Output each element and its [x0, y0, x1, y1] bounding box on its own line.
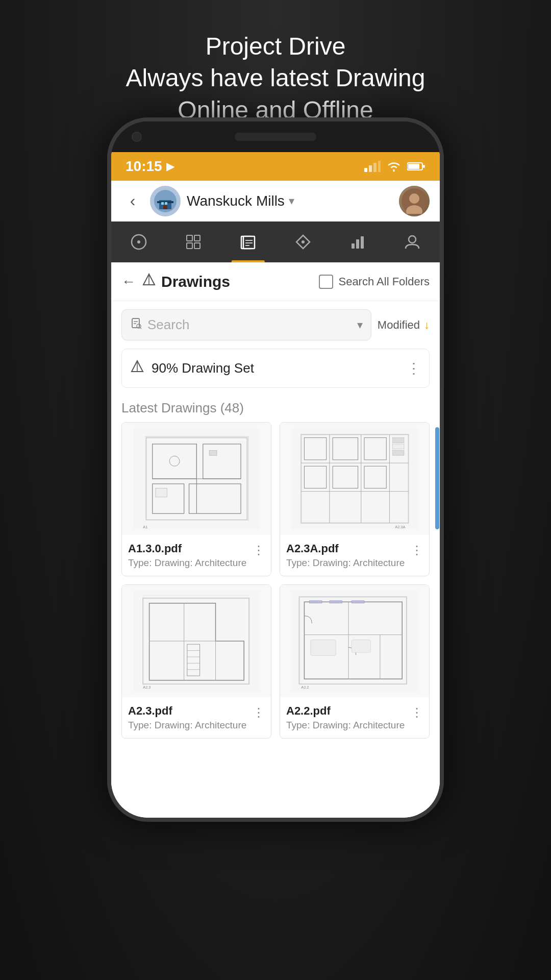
svg-rect-28 — [352, 243, 355, 249]
svg-text:A2.2: A2.2 — [301, 685, 309, 690]
svg-rect-11 — [165, 202, 167, 205]
search-dropdown-icon[interactable]: ▾ — [357, 318, 363, 332]
svg-rect-52 — [209, 450, 217, 455]
back-button[interactable]: ‹ — [121, 190, 144, 212]
wifi-icon — [387, 161, 401, 172]
drawing-grid: A1 A1.3.0.pdf Type: Drawing: Architectur… — [111, 422, 440, 749]
drawing-menu-button-0[interactable]: ⋮ — [253, 543, 265, 557]
svg-rect-0 — [364, 168, 367, 172]
drawing-filename-1: A2.3A.pdf — [286, 542, 405, 555]
drawing-menu-button-2[interactable]: ⋮ — [253, 705, 265, 720]
user-avatar[interactable] — [399, 186, 430, 216]
drawing-thumbnail-0: A1 — [122, 423, 271, 535]
drawing-card-0[interactable]: A1 A1.3.0.pdf Type: Drawing: Architectur… — [121, 422, 271, 576]
drawing-set-row[interactable]: 90% Drawing Set ⋮ — [121, 349, 430, 388]
svg-rect-18 — [187, 235, 192, 241]
drawings-title-text: Drawings — [161, 273, 319, 290]
phone-frame: 10:15 ▶ — [107, 117, 444, 822]
phone-camera — [132, 132, 142, 142]
drawing-type-0: Type: Drawing: Architecture — [128, 557, 246, 569]
drawing-thumbnail-2: A2.3 — [122, 585, 271, 697]
status-time: 10:15 ▶ — [126, 158, 174, 175]
drawing-set-icon — [130, 359, 144, 377]
nav-bar: ‹ Wanskuck Mills ▾ — [111, 181, 440, 222]
time-display: 10:15 — [126, 158, 162, 175]
svg-rect-70 — [392, 450, 404, 455]
drawing-info-1: A2.3A.pdf Type: Drawing: Architecture ⋮ — [280, 535, 429, 576]
search-all-folders-button[interactable]: Search All Folders — [319, 275, 430, 289]
drawing-preview-2: A2.3 — [130, 591, 264, 692]
svg-point-17 — [137, 240, 140, 243]
sheets-tab-icon — [294, 233, 312, 251]
drawing-preview-0: A1 — [130, 428, 264, 529]
plans-tab-icon — [239, 233, 257, 251]
drawing-menu-button-1[interactable]: ⋮ — [411, 543, 423, 557]
section-label: Latest Drawings (48) — [121, 400, 244, 415]
svg-rect-68 — [392, 438, 404, 443]
svg-rect-19 — [194, 235, 200, 241]
grid-tab-icon — [185, 233, 202, 251]
drawing-set-menu-button[interactable]: ⋮ — [407, 360, 421, 377]
svg-rect-10 — [161, 202, 164, 205]
svg-rect-3 — [378, 161, 381, 172]
promo-title: Project Drive Always have latest Drawing… — [0, 31, 551, 126]
project-icon — [150, 186, 181, 216]
drawing-type-3: Type: Drawing: Architecture — [286, 720, 405, 731]
svg-point-27 — [302, 240, 305, 243]
drawing-type-1: Type: Drawing: Architecture — [286, 557, 405, 569]
project-dropdown-icon: ▾ — [289, 194, 294, 208]
svg-rect-23 — [243, 236, 255, 249]
project-name[interactable]: Wanskuck Mills ▾ — [187, 193, 399, 209]
tab-barchart[interactable] — [330, 222, 385, 262]
svg-text:A2.3: A2.3 — [143, 685, 151, 690]
tab-grid[interactable] — [166, 222, 220, 262]
drawing-menu-button-3[interactable]: ⋮ — [411, 705, 423, 720]
drawing-card-1[interactable]: A2.3A A2.3A.pdf Type: Drawing: Architect… — [280, 422, 430, 576]
drawing-filename-3: A2.2.pdf — [286, 704, 405, 718]
svg-text:A2.3A: A2.3A — [395, 525, 405, 529]
search-input-wrap[interactable]: Search ▾ — [121, 309, 371, 340]
svg-rect-34 — [132, 318, 139, 328]
drawing-card-3[interactable]: A2.2 A2.2.pdf Type: Drawing: Architectur… — [280, 584, 430, 739]
drawing-set-name: 90% Drawing Set — [152, 360, 399, 376]
avatar-image — [402, 188, 427, 214]
barchart-tab-icon — [349, 233, 366, 251]
architecture-icon — [142, 273, 156, 287]
tab-person[interactable] — [385, 222, 440, 262]
tab-bar — [111, 222, 440, 262]
svg-rect-20 — [187, 243, 192, 249]
svg-rect-5 — [408, 164, 419, 169]
avatar-face — [399, 186, 430, 216]
drawings-header: ← Drawings Search All Folders — [111, 262, 440, 301]
drawings-back-button[interactable]: ← — [121, 274, 136, 290]
tab-drawings[interactable] — [111, 222, 166, 262]
svg-rect-94 — [310, 640, 336, 656]
svg-rect-29 — [356, 239, 359, 249]
drawing-info-0: A1.3.0.pdf Type: Drawing: Architecture ⋮ — [122, 535, 271, 576]
svg-rect-2 — [373, 163, 377, 172]
tab-sheets[interactable] — [276, 222, 330, 262]
search-input[interactable]: Search — [147, 317, 352, 333]
phone-speaker — [235, 133, 316, 141]
svg-point-14 — [409, 193, 419, 204]
drawing-info-3: A2.2.pdf Type: Drawing: Architecture ⋮ — [280, 697, 429, 738]
sort-label: Modified — [378, 318, 420, 332]
search-all-folders-label: Search All Folders — [338, 275, 430, 288]
svg-rect-30 — [361, 236, 364, 249]
svg-rect-55 — [291, 428, 418, 529]
svg-rect-95 — [352, 640, 370, 653]
svg-rect-6 — [423, 165, 425, 168]
document-search-icon — [130, 317, 142, 330]
scroll-indicator — [435, 422, 440, 749]
drawing-filename-2: A2.3.pdf — [128, 704, 246, 718]
svg-rect-12 — [163, 205, 167, 209]
section-header: Latest Drawings (48) — [111, 392, 440, 422]
drawing-thumbnail-3: A2.2 — [280, 585, 429, 697]
svg-rect-21 — [194, 243, 200, 249]
drawing-card-2[interactable]: A2.3 A2.3.pdf Type: Drawing: Architectur… — [121, 584, 271, 739]
drawing-filename-0: A1.3.0.pdf — [128, 542, 246, 555]
sort-button[interactable]: Modified ↓ — [378, 318, 430, 332]
phone-top-bar — [111, 121, 440, 152]
location-arrow-icon: ▶ — [166, 160, 174, 173]
tab-plans[interactable] — [221, 222, 276, 262]
